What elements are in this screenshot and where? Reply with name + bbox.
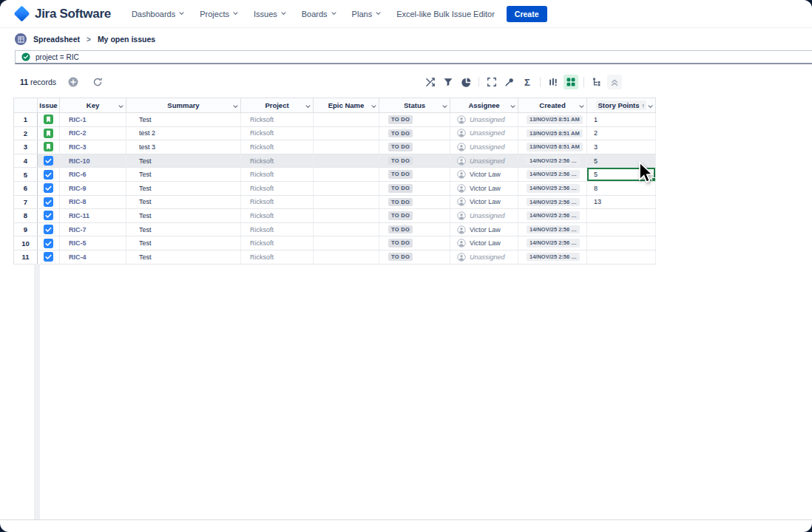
created-cell[interactable]: 14/NOV/25 2:56 … [518, 181, 587, 195]
project-cell[interactable]: Ricksoft [241, 113, 314, 127]
status-cell[interactable]: TO DO [379, 154, 450, 168]
column-header-created[interactable]: Created [518, 98, 587, 113]
shuffle-icon[interactable] [423, 75, 438, 89]
pie-chart-icon[interactable] [459, 75, 473, 89]
row-number[interactable]: 9 [14, 222, 38, 236]
nav-item-boards[interactable]: Boards [302, 10, 336, 18]
filter-icon[interactable] [441, 75, 456, 89]
columns-icon[interactable] [546, 75, 561, 89]
story-points-cell[interactable]: 8 [587, 181, 656, 195]
status-cell[interactable]: TO DO [379, 181, 450, 195]
created-cell[interactable]: 13/NOV/25 8:51 AM [518, 126, 587, 140]
breadcrumb-app[interactable]: Spreadsheet [33, 35, 80, 44]
pin-icon[interactable] [502, 75, 517, 89]
story-points-cell[interactable] [587, 236, 656, 250]
status-cell[interactable]: TO DO [379, 236, 450, 250]
summary-cell[interactable]: test 2 [126, 126, 241, 140]
project-cell[interactable]: Ricksoft [241, 126, 314, 140]
story-points-cell[interactable]: 5 [587, 154, 656, 168]
story-points-cell[interactable]: 5 [587, 168, 656, 182]
assignee-cell[interactable]: Unassigned [450, 140, 518, 154]
summary-cell[interactable]: Test [126, 209, 241, 223]
issue-key-cell[interactable]: RIC-3 [60, 140, 126, 154]
column-header-key[interactable]: Key [60, 98, 126, 113]
summary-cell[interactable]: Test [126, 168, 241, 182]
issue-type-cell[interactable] [38, 154, 60, 168]
summary-cell[interactable]: Test [126, 250, 241, 264]
nav-item-projects[interactable]: Projects [200, 10, 238, 18]
issue-type-cell[interactable] [38, 250, 60, 264]
story-points-cell[interactable] [587, 209, 656, 223]
story-points-cell[interactable] [587, 222, 656, 236]
assignee-cell[interactable]: Victor Law [450, 168, 518, 182]
nav-item-excel-like-bulk-issue-editor[interactable]: Excel-like Bulk Issue Editor [396, 10, 495, 18]
created-cell[interactable]: 14/NOV/25 2:56 … [518, 168, 587, 182]
issue-key-cell[interactable]: RIC-5 [60, 236, 126, 250]
epic-name-cell[interactable] [314, 126, 379, 140]
created-cell[interactable]: 13/NOV/25 8:51 AM [518, 113, 587, 127]
project-cell[interactable]: Ricksoft [241, 222, 314, 236]
row-number[interactable]: 1 [14, 113, 38, 127]
issue-type-cell[interactable] [38, 222, 60, 236]
epic-name-cell[interactable] [314, 195, 379, 209]
hierarchy-icon[interactable] [589, 75, 604, 89]
created-cell[interactable]: 13/NOV/25 8:51 AM [518, 140, 587, 154]
summary-cell[interactable]: Test [126, 113, 241, 127]
created-cell[interactable]: 14/NOV/25 2:56 … [518, 236, 587, 250]
issue-type-cell[interactable] [38, 236, 60, 250]
column-header-assignee[interactable]: Assignee [450, 98, 518, 113]
issue-key-cell[interactable]: RIC-8 [60, 195, 126, 209]
created-cell[interactable]: 14/NOV/25 2:56 … [518, 154, 587, 168]
column-header-epic-name[interactable]: Epic Name [314, 98, 379, 113]
status-cell[interactable]: TO DO [379, 250, 450, 264]
breadcrumb-page[interactable]: My open issues [98, 35, 155, 44]
issue-key-cell[interactable]: RIC-7 [60, 222, 126, 236]
summary-cell[interactable]: test 3 [126, 140, 241, 154]
project-cell[interactable]: Ricksoft [241, 154, 314, 168]
row-number[interactable]: 6 [14, 181, 38, 195]
row-number[interactable]: 2 [14, 126, 38, 140]
summary-cell[interactable]: Test [126, 236, 241, 250]
issue-type-cell[interactable] [38, 113, 60, 127]
epic-name-cell[interactable] [314, 154, 379, 168]
status-cell[interactable]: TO DO [379, 209, 450, 223]
epic-name-cell[interactable] [314, 140, 379, 154]
nav-item-dashboards[interactable]: Dashboards [132, 10, 184, 18]
issue-type-cell[interactable] [38, 140, 60, 154]
add-record-icon[interactable] [66, 75, 81, 89]
summary-cell[interactable]: Test [126, 154, 241, 168]
grid-view-icon[interactable] [564, 75, 578, 89]
assignee-cell[interactable]: Victor Law [450, 181, 518, 195]
issue-type-cell[interactable] [38, 168, 60, 182]
story-points-cell[interactable]: 1 [587, 113, 656, 127]
row-number[interactable]: 7 [14, 195, 38, 209]
project-cell[interactable]: Ricksoft [241, 250, 314, 264]
column-header-status[interactable]: Status [379, 98, 450, 113]
epic-name-cell[interactable] [314, 222, 379, 236]
story-points-cell[interactable] [587, 250, 656, 264]
issue-type-cell[interactable] [38, 181, 60, 195]
project-cell[interactable]: Ricksoft [241, 195, 314, 209]
status-cell[interactable]: TO DO [379, 126, 450, 140]
summary-cell[interactable]: Test [126, 181, 241, 195]
summary-cell[interactable]: Test [126, 222, 241, 236]
status-cell[interactable]: TO DO [379, 195, 450, 209]
issue-key-cell[interactable]: RIC-9 [60, 181, 126, 195]
issue-key-cell[interactable]: RIC-10 [60, 154, 126, 168]
assignee-cell[interactable]: Victor Law [450, 236, 518, 250]
issue-key-cell[interactable]: RIC-4 [60, 250, 126, 264]
assignee-cell[interactable]: Victor Law [450, 195, 518, 209]
project-cell[interactable]: Ricksoft [241, 181, 314, 195]
collapse-all-icon[interactable] [607, 75, 622, 89]
jira-brand[interactable]: Jira Software [15, 7, 111, 21]
issue-type-cell[interactable] [38, 195, 60, 209]
nav-item-issues[interactable]: Issues [254, 10, 286, 18]
summary-cell[interactable]: Test [126, 195, 241, 209]
epic-name-cell[interactable] [314, 209, 379, 223]
issue-key-cell[interactable]: RIC-1 [60, 113, 126, 127]
epic-name-cell[interactable] [314, 236, 379, 250]
created-cell[interactable]: 14/NOV/25 2:56 … [518, 209, 587, 223]
issue-type-cell[interactable] [38, 209, 60, 223]
issue-key-cell[interactable]: RIC-6 [60, 168, 126, 182]
epic-name-cell[interactable] [314, 168, 379, 182]
